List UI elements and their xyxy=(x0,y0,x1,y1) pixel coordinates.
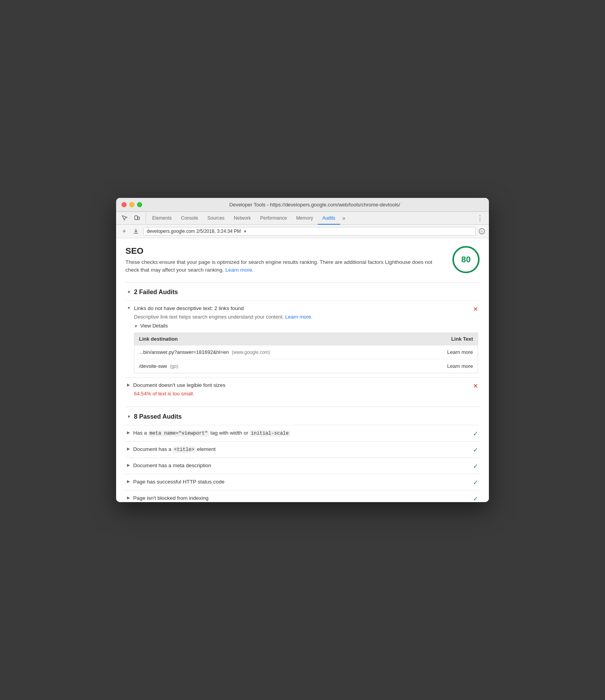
tab-elements[interactable]: Elements xyxy=(148,212,176,225)
audit-title-fontsize: Document doesn't use legible font sizes xyxy=(133,381,225,389)
audit-item-links: ▼ Links do not have descriptive text: 2 … xyxy=(125,300,480,377)
url-domain-1: (www.google.com) xyxy=(232,350,270,355)
svg-rect-0 xyxy=(135,216,137,220)
audit-left-links: ▼ Links do not have descriptive text: 2 … xyxy=(127,305,473,312)
audit-left-viewport: ▶ Has a meta name="viewport" tag with wi… xyxy=(127,429,473,437)
seo-score: 80 xyxy=(461,255,471,265)
toolbar: + developers.google.com 2/5/2018, 3:24:3… xyxy=(116,225,489,238)
view-details-header[interactable]: ▼ View Details xyxy=(134,323,478,329)
link-details-table: Link destination Link Text ...bin/answer… xyxy=(134,333,478,373)
url-main-2: /devsite-swe xyxy=(139,363,167,369)
url-dropdown-arrow[interactable]: ▼ xyxy=(243,229,247,234)
audit-row-http: ▶ Page has successful HTTP status code ✓ xyxy=(127,478,478,486)
audit-icon-viewport: ✓ xyxy=(473,430,478,437)
table-row: ...bin/answer.py?answer=181692&hl=en (ww… xyxy=(134,345,478,359)
audit-title-meta-desc: Document has a meta description xyxy=(133,462,211,470)
add-button[interactable]: + xyxy=(120,227,129,236)
fail-icon-links: ✕ xyxy=(473,306,478,312)
audit-chevron-http[interactable]: ▶ xyxy=(127,479,130,483)
audit-row-viewport: ▶ Has a meta name="viewport" tag with wi… xyxy=(127,429,478,437)
audit-chevron-meta-desc[interactable]: ▶ xyxy=(127,463,130,467)
fail-icon-fontsize: ✕ xyxy=(473,383,478,389)
audit-subtitle-links: Descriptive link text helps search engin… xyxy=(127,314,478,320)
passed-divider xyxy=(125,407,480,407)
failed-section-title: 2 Failed Audits xyxy=(134,289,178,296)
audit-item-fontsize: ▶ Document doesn't use legible font size… xyxy=(125,377,480,400)
tab-menu-icon[interactable]: ⋮ xyxy=(474,212,486,224)
maximize-button[interactable] xyxy=(137,202,142,207)
audit-title-viewport: Has a meta name="viewport" tag with widt… xyxy=(133,429,290,437)
audit-item-meta-desc: ▶ Document has a meta description ✓ xyxy=(125,457,480,474)
tab-console[interactable]: Console xyxy=(176,212,203,225)
failed-section-header[interactable]: ▼ 2 Failed Audits xyxy=(125,289,480,296)
audit-row-indexing: ▶ Page isn't blocked from indexing ✓ xyxy=(127,494,478,502)
pass-icon-indexing: ✓ xyxy=(473,496,478,502)
tab-more-icon[interactable]: » xyxy=(340,212,348,224)
audit-item-http: ▶ Page has successful HTTP status code ✓ xyxy=(125,474,480,490)
audit-title-indexing: Page isn't blocked from indexing xyxy=(133,494,209,502)
audit-left-indexing: ▶ Page isn't blocked from indexing xyxy=(127,494,473,502)
audit-chevron-links[interactable]: ▼ xyxy=(127,306,131,310)
tab-memory[interactable]: Memory xyxy=(292,212,318,225)
audit-chevron-fontsize[interactable]: ▶ xyxy=(127,383,130,387)
audit-subtitle-fontsize: 64.54% of text is too small. xyxy=(127,391,478,397)
seo-header: SEO These checks ensure that your page i… xyxy=(125,246,480,274)
device-toolbar-icon[interactable] xyxy=(132,213,143,224)
failed-section-chevron: ▼ xyxy=(127,290,131,294)
audit-row-title: ▶ Document has a <title> element ✓ xyxy=(127,445,478,454)
svg-rect-1 xyxy=(138,217,139,220)
audit-item-viewport: ▶ Has a meta name="viewport" tag with wi… xyxy=(125,425,480,441)
table-col-destination: Link destination xyxy=(134,333,409,345)
audit-icon-indexing: ✓ xyxy=(473,495,478,502)
audit-row-links: ▼ Links do not have descriptive text: 2 … xyxy=(127,305,478,313)
pass-icon-title: ✓ xyxy=(473,447,478,453)
audit-left-fontsize: ▶ Document doesn't use legible font size… xyxy=(127,381,473,389)
seo-description: These checks ensure that your page is op… xyxy=(125,258,445,274)
audit-title-http: Page has successful HTTP status code xyxy=(133,478,224,486)
view-details-chevron: ▼ xyxy=(134,324,138,328)
links-learn-more-link[interactable]: Learn more xyxy=(285,314,311,320)
seo-learn-more-link[interactable]: Learn more xyxy=(225,267,252,273)
audit-chevron-indexing[interactable]: ▶ xyxy=(127,496,130,500)
minimize-button[interactable] xyxy=(129,202,134,207)
table-cell-dest-2: /devsite-swe (go) xyxy=(134,359,409,373)
audit-item-indexing: ▶ Page isn't blocked from indexing ✓ xyxy=(125,490,480,502)
audit-chevron-title[interactable]: ▶ xyxy=(127,447,130,451)
view-details-section: ▼ View Details Link destination Link Tex… xyxy=(127,323,478,373)
devtools-window: Developer Tools - https://developers.goo… xyxy=(116,198,489,502)
download-button[interactable] xyxy=(132,227,140,236)
url-bar[interactable]: developers.google.com 2/5/2018, 3:24:34 … xyxy=(143,227,476,236)
no-cache-icon[interactable]: ⊘ xyxy=(479,228,485,234)
audit-left-title: ▶ Document has a <title> element xyxy=(127,445,473,454)
audit-title-title: Document has a <title> element xyxy=(133,445,216,454)
audit-row-meta-desc: ▶ Document has a meta description ✓ xyxy=(127,462,478,470)
url-domain-2: (go) xyxy=(170,364,178,369)
table-cell-dest-1: ...bin/answer.py?answer=181692&hl=en (ww… xyxy=(134,345,409,359)
title-bar: Developer Tools - https://developers.goo… xyxy=(116,198,489,212)
passed-section-header[interactable]: ▼ 8 Passed Audits xyxy=(125,413,480,420)
audit-title-links: Links do not have descriptive text: 2 li… xyxy=(134,305,244,312)
url-text: developers.google.com 2/5/2018, 3:24:34 … xyxy=(147,229,241,234)
dt-icon-group xyxy=(119,213,146,224)
table-cell-linktext-1: Learn more xyxy=(409,345,478,359)
tab-performance[interactable]: Performance xyxy=(256,212,292,225)
pass-icon-http: ✓ xyxy=(473,479,478,486)
passed-section-chevron: ▼ xyxy=(127,414,131,419)
audit-icon-meta-desc: ✓ xyxy=(473,463,478,470)
window-title: Developer Tools - https://developers.goo… xyxy=(146,202,483,208)
audit-icon-title: ✓ xyxy=(473,446,478,454)
tab-network[interactable]: Network xyxy=(229,212,256,225)
pass-icon-viewport: ✓ xyxy=(473,430,478,437)
traffic-lights xyxy=(122,202,142,207)
seo-score-circle: 80 xyxy=(452,246,480,273)
tab-audits[interactable]: Audits xyxy=(318,212,340,225)
inspect-icon[interactable] xyxy=(119,213,130,224)
audit-icon-links: ✕ xyxy=(473,305,478,313)
view-details-label: View Details xyxy=(140,323,168,329)
table-cell-linktext-2: Learn more xyxy=(409,359,478,373)
audit-icon-http: ✓ xyxy=(473,479,478,486)
seo-title: SEO xyxy=(125,246,445,256)
close-button[interactable] xyxy=(122,202,127,207)
audit-chevron-viewport[interactable]: ▶ xyxy=(127,430,130,435)
tab-sources[interactable]: Sources xyxy=(203,212,229,225)
